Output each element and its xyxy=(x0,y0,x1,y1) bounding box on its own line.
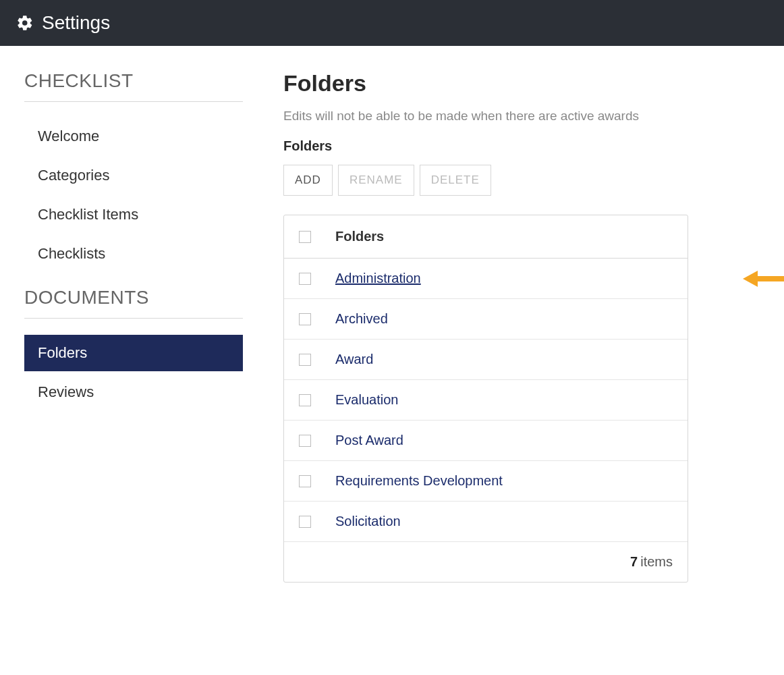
folder-link-evaluation[interactable]: Evaluation xyxy=(335,392,398,408)
sidebar-section-checklist: CHECKLIST xyxy=(24,70,243,102)
row-checkbox[interactable] xyxy=(299,273,311,285)
table-row: Evaluation xyxy=(284,380,688,421)
table-row: Administration xyxy=(284,259,688,299)
sidebar-item-welcome[interactable]: Welcome xyxy=(24,118,243,155)
folder-link-post-award[interactable]: Post Award xyxy=(335,433,403,448)
row-checkbox[interactable] xyxy=(299,475,311,487)
folder-link-solicitation[interactable]: Solicitation xyxy=(335,514,401,529)
folder-toolbar: ADD RENAME DELETE xyxy=(283,165,688,196)
sidebar-item-checklist-items[interactable]: Checklist Items xyxy=(24,196,243,233)
gear-icon xyxy=(16,14,34,32)
row-checkbox[interactable] xyxy=(299,394,311,406)
folder-link-requirements-development[interactable]: Requirements Development xyxy=(335,473,503,489)
folder-link-award[interactable]: Award xyxy=(335,352,373,367)
table-row: Post Award xyxy=(284,421,688,461)
table-header: Folders xyxy=(284,215,688,259)
item-count: 7 xyxy=(630,554,638,570)
content-container: CHECKLIST Welcome Categories Checklist I… xyxy=(0,46,784,610)
sidebar-section-documents: DOCUMENTS xyxy=(24,287,243,319)
page-title: Folders xyxy=(283,70,688,97)
column-header-folders: Folders xyxy=(335,229,384,244)
folders-table: Folders Administration Archived Award xyxy=(283,215,688,583)
folders-subheading: Folders xyxy=(283,138,688,154)
sidebar: CHECKLIST Welcome Categories Checklist I… xyxy=(0,59,256,610)
arrow-annotation xyxy=(743,271,784,287)
row-checkbox[interactable] xyxy=(299,354,311,366)
sidebar-item-reviews[interactable]: Reviews xyxy=(24,374,243,410)
delete-button[interactable]: DELETE xyxy=(420,165,491,196)
rename-button[interactable]: RENAME xyxy=(338,165,414,196)
page-note: Edits will not be able to be made when t… xyxy=(283,109,688,124)
folder-link-administration[interactable]: Administration xyxy=(335,271,421,286)
sidebar-item-categories[interactable]: Categories xyxy=(24,157,243,194)
row-checkbox[interactable] xyxy=(299,313,311,325)
main-content: Folders Edits will not be able to be mad… xyxy=(256,59,715,610)
sidebar-item-folders[interactable]: Folders xyxy=(24,335,243,371)
table-row: Archived xyxy=(284,299,688,340)
table-row: Award xyxy=(284,340,688,380)
folder-link-archived[interactable]: Archived xyxy=(335,311,388,327)
sidebar-item-checklists[interactable]: Checklists xyxy=(24,236,243,272)
table-footer: 7 items xyxy=(284,542,688,582)
select-all-checkbox[interactable] xyxy=(299,231,311,243)
table-row: Requirements Development xyxy=(284,461,688,502)
arrow-line xyxy=(758,276,784,281)
row-checkbox[interactable] xyxy=(299,435,311,447)
arrow-head-icon xyxy=(743,271,758,287)
table-row: Solicitation xyxy=(284,502,688,542)
item-count-label: items xyxy=(640,554,673,570)
row-checkbox[interactable] xyxy=(299,516,311,528)
page-header: Settings xyxy=(0,0,784,46)
header-title: Settings xyxy=(42,12,110,34)
add-button[interactable]: ADD xyxy=(283,165,333,196)
